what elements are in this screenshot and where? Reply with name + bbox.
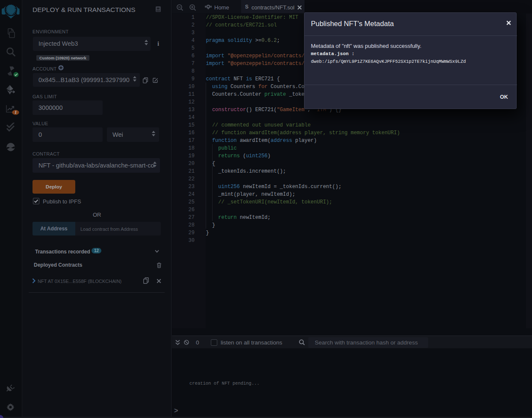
- svg-text:1: 1: [15, 110, 17, 115]
